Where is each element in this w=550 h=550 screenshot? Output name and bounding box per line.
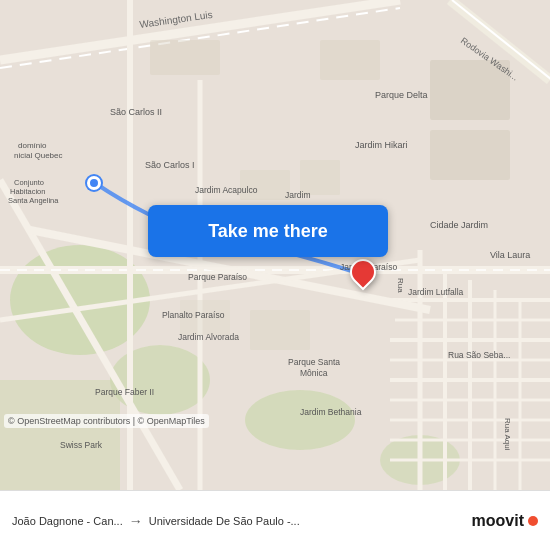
svg-rect-34: [150, 40, 220, 75]
svg-text:Habitacion: Habitacion: [10, 187, 45, 196]
svg-text:Parque Santa: Parque Santa: [288, 357, 340, 367]
svg-text:Vila Laura: Vila Laura: [490, 250, 530, 260]
svg-text:Parque Paraíso: Parque Paraíso: [188, 272, 247, 282]
take-me-there-button[interactable]: Take me there: [148, 205, 388, 257]
svg-text:Parque Faber II: Parque Faber II: [95, 387, 154, 397]
svg-text:Parque Delta: Parque Delta: [375, 90, 428, 100]
route-info: João Dagnone - Can... → Universidade De …: [12, 513, 472, 529]
svg-text:Rua Aqui: Rua Aqui: [503, 418, 512, 451]
map-container: Washington Luis Rodovia Washi... domínio…: [0, 0, 550, 490]
svg-rect-37: [250, 310, 310, 350]
svg-rect-32: [430, 130, 510, 180]
from-label: João Dagnone - Can...: [12, 515, 123, 527]
bottom-bar: João Dagnone - Can... → Universidade De …: [0, 490, 550, 550]
moovit-text: moovit: [472, 512, 524, 530]
moovit-logo: moovit: [472, 512, 538, 530]
destination-marker: [350, 259, 376, 285]
svg-text:São Carlos II: São Carlos II: [110, 107, 162, 117]
svg-text:Rua São Seba...: Rua São Seba...: [448, 350, 510, 360]
svg-rect-33: [320, 40, 380, 80]
svg-point-3: [245, 390, 355, 450]
svg-text:Jardim Hikari: Jardim Hikari: [355, 140, 408, 150]
svg-point-2: [110, 345, 210, 415]
moovit-dot-icon: [528, 516, 538, 526]
svg-text:Rua: Rua: [396, 278, 405, 293]
svg-text:São Carlos I: São Carlos I: [145, 160, 195, 170]
svg-text:Jardim Alvorada: Jardim Alvorada: [178, 332, 239, 342]
svg-text:Conjunto: Conjunto: [14, 178, 44, 187]
svg-text:Cidade Jardim: Cidade Jardim: [430, 220, 488, 230]
origin-marker: [87, 176, 101, 190]
map-attribution: © OpenStreetMap contributors | © OpenMap…: [4, 414, 209, 428]
svg-text:Jardim Bethania: Jardim Bethania: [300, 407, 362, 417]
svg-text:Jardim Acapulco: Jardim Acapulco: [195, 185, 258, 195]
svg-text:Mônica: Mônica: [300, 368, 328, 378]
svg-text:Jardim Lutfalla: Jardim Lutfalla: [408, 287, 464, 297]
svg-text:Swiss Park: Swiss Park: [60, 440, 103, 450]
svg-text:Jardim: Jardim: [285, 190, 311, 200]
svg-text:Santa Angelina: Santa Angelina: [8, 196, 59, 205]
svg-text:nicial Quebec: nicial Quebec: [14, 151, 62, 160]
svg-text:domínio: domínio: [18, 141, 47, 150]
svg-text:Planalto Paraíso: Planalto Paraíso: [162, 310, 225, 320]
to-label: Universidade De São Paulo -...: [149, 515, 300, 527]
route-arrow-icon: →: [129, 513, 143, 529]
